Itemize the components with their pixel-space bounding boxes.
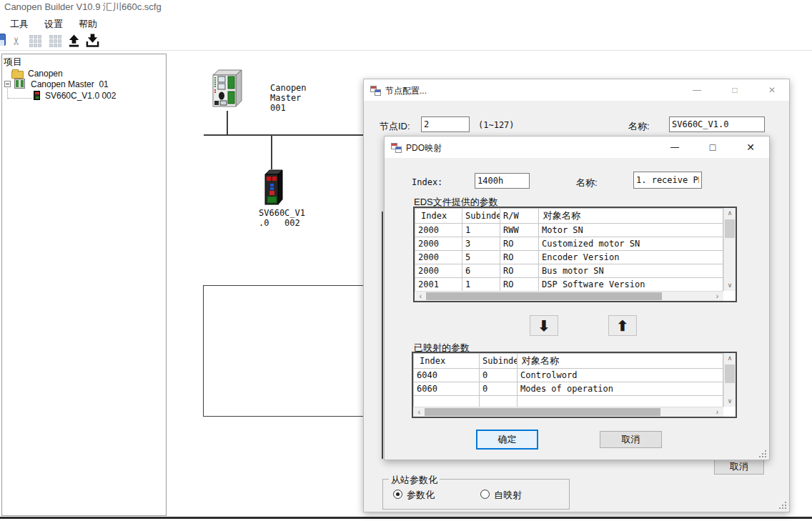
node-name-label: 名称: (628, 120, 650, 133)
col-header-subindex[interactable]: Subinde (480, 354, 518, 369)
node-name-input[interactable] (669, 116, 765, 132)
ok-button[interactable]: 确定 (476, 430, 538, 450)
table-cell: Modes of operation (518, 382, 723, 396)
radio-selfmap-label[interactable]: 自映射 (494, 489, 522, 502)
resize-grip[interactable] (779, 502, 786, 509)
minimize-icon[interactable]: — (660, 137, 690, 158)
close-icon[interactable]: ✕ (757, 79, 787, 101)
table-cell: Controlword (518, 369, 723, 382)
tree-root-label: 项目 (4, 56, 22, 69)
up-arrow-icon: ⬆ (617, 319, 629, 333)
node-id-range: (1~127) (478, 120, 515, 130)
scroll-up-icon[interactable]: ∧ (724, 353, 736, 364)
scrollbar-thumb[interactable] (425, 408, 660, 416)
slave-device-icon (34, 91, 40, 100)
table-row[interactable]: 20005ROEncoder Version (415, 251, 723, 264)
horizontal-scrollbar[interactable]: ‹ › (415, 291, 723, 301)
radio-parameterize[interactable] (393, 490, 402, 499)
resize-grip[interactable] (759, 450, 766, 457)
status-divider (0, 517, 812, 519)
pdo-dialog-title: PDO映射 (406, 142, 442, 154)
table-header-row: Index Subinde R/W 对象名称 (415, 209, 723, 224)
unmap-up-button[interactable]: ⬆ (608, 315, 637, 336)
node-dialog-titlebar[interactable]: 节点配置... — □ ✕ (364, 79, 789, 101)
scroll-up-icon[interactable]: ∧ (724, 208, 736, 219)
col-header-index[interactable]: Index (414, 354, 480, 369)
table-cell: RWW (500, 224, 539, 237)
table-cell: Bus motor SN (539, 264, 723, 278)
scrollbar-thumb[interactable] (725, 219, 735, 238)
pdo-name-label: 名称: (576, 177, 598, 189)
vertical-scrollbar[interactable]: ∧ ∨ (723, 208, 736, 291)
table-cell: RO (500, 264, 539, 278)
tree-item-canopen[interactable]: Canopen (28, 69, 63, 79)
pdo-index-input[interactable] (475, 173, 530, 189)
table-cell: 1 (462, 278, 500, 292)
node-cancel-button[interactable]: 取消 (714, 458, 764, 475)
scroll-left-icon[interactable]: ‹ (414, 407, 425, 417)
download-icon[interactable] (84, 33, 100, 49)
table-cell: 3 (462, 237, 500, 251)
table-cell: 0 (480, 369, 518, 382)
sv660c-drive-icon[interactable] (261, 169, 285, 207)
scroll-right-icon[interactable]: › (712, 292, 723, 301)
scroll-left-icon[interactable]: ‹ (415, 292, 426, 301)
table-row[interactable]: 20006ROBus motor SN (415, 264, 723, 278)
maximize-icon[interactable]: □ (698, 137, 728, 158)
paste-icon[interactable] (47, 33, 63, 49)
eds-params-table: Index Subinde R/W 对象名称 20001RWWMotor SN2… (413, 207, 737, 302)
table-cell: 6060 (414, 382, 480, 396)
radio-parameterize-label[interactable]: 参数化 (407, 489, 435, 502)
menu-tools[interactable]: 工具 (7, 16, 31, 32)
folder-icon (11, 71, 24, 79)
table-row[interactable]: 20011RODSP Software Version (415, 278, 723, 292)
master-device-icon (14, 79, 25, 89)
table-cell: Motor SN (539, 224, 723, 237)
menu-settings[interactable]: 设置 (41, 16, 66, 32)
bus-drop-line-master (227, 111, 228, 134)
table-cell: 6 (462, 264, 500, 278)
copy-icon[interactable] (27, 33, 43, 49)
close-icon[interactable]: ✕ (736, 137, 766, 158)
col-header-subindex[interactable]: Subinde (462, 209, 500, 224)
upload-icon[interactable] (66, 33, 81, 49)
table-cell: 2001 (415, 278, 462, 292)
scroll-down-icon[interactable]: ∨ (724, 280, 736, 291)
form-icon (391, 142, 402, 153)
node-id-input[interactable] (421, 116, 470, 132)
scrollbar-thumb[interactable] (426, 292, 662, 300)
pdo-dialog-titlebar[interactable]: PDO映射 — □ ✕ (385, 137, 769, 158)
slave-param-groupbox: 从站参数化 参数化 自映射 (382, 479, 570, 510)
table-row[interactable]: 60600Modes of operation (414, 382, 723, 396)
pdo-name-input[interactable] (633, 172, 702, 189)
col-header-rw[interactable]: R/W (500, 209, 539, 224)
scroll-down-icon[interactable]: ∨ (724, 396, 736, 407)
canvas-selection-rect (203, 285, 364, 417)
table-row[interactable]: 20003ROCustomized motor SN (415, 237, 723, 251)
scroll-right-icon[interactable]: › (712, 407, 723, 417)
table-row[interactable]: 60400Controlword (414, 369, 723, 382)
table-cell: 0 (480, 382, 518, 396)
col-header-index[interactable]: Index (415, 209, 462, 224)
tree-expander-icon[interactable] (4, 81, 11, 87)
tree-item-slave[interactable]: SV660C_V1.0 002 (45, 91, 116, 101)
map-down-button[interactable]: ⬇ (530, 315, 558, 336)
tree-item-master[interactable]: Canopen Master 01 (31, 79, 109, 89)
pdo-mapping-dialog: PDO映射 — □ ✕ Index: 名称: EDS文件提供的参数 Index … (384, 136, 770, 460)
cancel-button[interactable]: 取消 (600, 431, 662, 448)
scrollbar-thumb[interactable] (725, 364, 735, 383)
minimize-icon[interactable]: — (682, 79, 712, 101)
cut-icon[interactable]: ✂ (9, 33, 24, 49)
col-header-object-name[interactable]: 对象名称 (539, 209, 723, 224)
radio-selfmap[interactable] (480, 490, 490, 499)
canopen-master-icon[interactable] (206, 69, 243, 111)
table-row[interactable]: 20001RWWMotor SN (415, 224, 723, 237)
horizontal-scrollbar[interactable]: ‹ › (413, 407, 723, 417)
vertical-scrollbar[interactable]: ∧ ∨ (723, 353, 736, 407)
col-header-object-name[interactable]: 对象名称 (518, 354, 723, 369)
bus-drop-line-slave (271, 136, 272, 169)
maximize-icon[interactable]: □ (720, 79, 750, 101)
table-cell: 1 (462, 224, 500, 237)
save-icon[interactable] (0, 34, 6, 46)
menu-help[interactable]: 帮助 (76, 16, 100, 32)
